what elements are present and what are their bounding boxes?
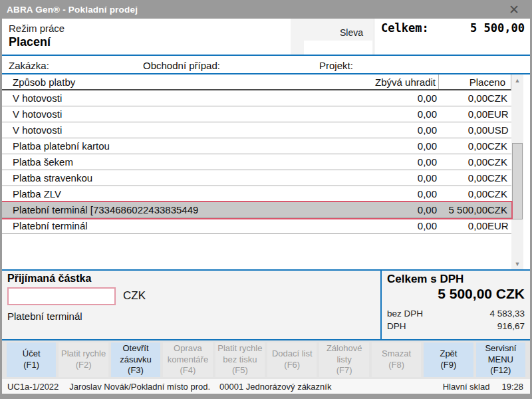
currency-cell: USD	[487, 124, 511, 136]
received-method-label: Platební terminál	[7, 311, 82, 322]
scroll-down-icon[interactable]: ▼	[511, 258, 523, 269]
received-amount-input[interactable]	[7, 287, 116, 305]
paid-amount-cell: 0,00	[440, 108, 487, 120]
remaining-amount-cell: 0,00	[369, 140, 440, 152]
button-fkey: (F4)	[180, 365, 196, 376]
function-button-f3[interactable]: Otevřít zásuvku(F3)	[111, 342, 160, 377]
remaining-amount-cell: 0,00	[369, 220, 440, 231]
paid-amount-cell: 5 500,00	[440, 204, 487, 215]
payment-row[interactable]: Platba platební kartou0,000,00CZK	[2, 138, 511, 154]
button-fkey: (F9)	[441, 360, 457, 371]
button-label: Dodací list	[272, 348, 313, 360]
button-label: Otevřít zásuvku	[112, 343, 160, 366]
button-fkey: (F1)	[23, 360, 39, 371]
button-fkey: (F3)	[128, 365, 144, 376]
total-with-vat-label: Celkem s DPH	[387, 273, 464, 286]
button-label: Platit rychle	[61, 348, 106, 360]
payment-row[interactable]: V hotovosti0,000,00EUR	[2, 106, 511, 122]
payment-table-header: Způsob platby Zbývá uhradit Placeno	[2, 74, 511, 90]
currency-cell: CZK	[487, 140, 511, 152]
button-label: Zálohové listy	[320, 343, 368, 366]
currency-cell: CZK	[487, 204, 511, 215]
payment-row[interactable]: Platba ZLV0,000,00CZK	[2, 186, 511, 202]
payment-method-cell: V hotovosti	[2, 92, 369, 104]
paid-amount-cell: 0,00	[440, 124, 487, 136]
function-button-f4: Oprava komentáře(F4)	[163, 342, 212, 377]
vat-summary-section: Celkem s DPH 5 500,00 CZK bez DPH 4 583,…	[380, 271, 530, 339]
function-button-f8: Smazat(F8)	[372, 342, 421, 377]
button-label: Servisní MENU	[477, 343, 525, 366]
function-button-bar: Účet(F1)Platit rychle(F2)Otevřít zásuvku…	[2, 340, 530, 379]
column-header-paid: Placeno	[439, 76, 511, 88]
received-amount-label: Přijímaná částka	[7, 273, 91, 285]
vertical-scrollbar[interactable]: ▲ ▼	[511, 74, 523, 269]
payment-method-cell: Platba platební kartou	[2, 140, 369, 152]
button-label: Účet	[23, 348, 41, 360]
vat-label: DPH	[387, 321, 406, 331]
without-vat-label: bez DPH	[387, 309, 423, 319]
button-fkey: (F5)	[232, 365, 248, 376]
total-display: Celkem: 5 500,00	[374, 19, 530, 55]
paid-amount-cell: 0,00	[440, 220, 487, 231]
total-with-vat-value: 5 500,00 CZK	[438, 286, 525, 302]
document-number: UC1a-1/2022	[7, 382, 59, 392]
function-button-f2: Platit rychle(F2)	[59, 342, 108, 377]
total-value: 5 500,00	[470, 21, 525, 35]
received-currency-label: CZK	[123, 289, 146, 303]
work-mode-label: Režim práce	[9, 23, 65, 34]
button-label: Platit rychle bez tisku	[216, 343, 264, 366]
received-amount-section: Přijímaná částka CZK Platební terminál	[2, 271, 380, 339]
button-fkey: (F8)	[388, 360, 404, 371]
currency-cell: CZK	[487, 156, 511, 168]
paid-amount-cell: 0,00	[440, 156, 487, 168]
paid-amount-cell: 0,00	[440, 188, 487, 200]
button-fkey: (F12)	[490, 365, 511, 376]
payment-row[interactable]: Platba šekem0,000,00CZK	[2, 154, 511, 170]
discount-field[interactable]	[304, 41, 372, 55]
payment-row[interactable]: V hotovosti0,000,00USD	[2, 122, 511, 138]
currency-cell: CZK	[487, 172, 511, 184]
title-bar: ABRA Gen® - Pokladní prodej ✕	[0, 0, 532, 19]
discount-zone: Sleva	[291, 19, 374, 55]
column-header-remaining: Zbývá uhradit	[368, 74, 439, 89]
column-header-method: Způsob platby	[2, 76, 368, 88]
payment-row[interactable]: Platební terminál0,000,00EUR	[2, 218, 511, 234]
project-label: Projekt:	[319, 60, 353, 71]
total-label: Celkem:	[381, 21, 429, 35]
payment-method-cell: Platba ZLV	[2, 188, 369, 200]
button-label: Zpět	[440, 348, 457, 360]
paid-amount-cell: 0,00	[440, 92, 487, 104]
operator-name: Jaroslav Novák/Pokladní místo prod.	[69, 382, 210, 392]
paid-amount-cell: 0,00	[440, 172, 487, 184]
window-content: Režim práce Placení Sleva Celkem: 5 500,…	[2, 19, 530, 394]
button-label: Smazat	[382, 348, 411, 360]
button-fkey: (F6)	[284, 360, 300, 371]
currency-cell: CZK	[487, 188, 511, 200]
paid-amount-cell: 0,00	[440, 140, 487, 152]
close-icon[interactable]: ✕	[503, 3, 525, 16]
button-fkey: (F2)	[76, 360, 92, 371]
function-button-f12[interactable]: Servisní MENU(F12)	[476, 342, 525, 377]
scroll-up-icon[interactable]: ▲	[511, 74, 523, 86]
payment-method-cell: V hotovosti	[2, 108, 369, 120]
customer-name: 00001 Jednorázový zákazník	[219, 382, 331, 392]
payment-row[interactable]: V hotovosti0,000,00CZK	[2, 90, 511, 106]
payment-row-selected[interactable]: Platební terminál [73346860224338354490,…	[2, 202, 511, 218]
without-vat-value: 4 583,33	[489, 309, 525, 319]
bottom-panel: Přijímaná částka CZK Platební terminál C…	[2, 269, 530, 340]
payment-row[interactable]: Platba stravenkou0,000,00CZK	[2, 170, 511, 186]
function-button-f9[interactable]: Zpět(F9)	[424, 342, 473, 377]
payment-method-cell: V hotovosti	[2, 124, 369, 136]
app-window: ABRA Gen® - Pokladní prodej ✕ Režim prác…	[0, 0, 532, 399]
remaining-amount-cell: 0,00	[369, 124, 440, 136]
remaining-amount-cell: 0,00	[369, 108, 440, 120]
remaining-amount-cell: 0,00	[369, 156, 440, 168]
remaining-amount-cell: 0,00	[369, 92, 440, 104]
button-fkey: (F7)	[336, 365, 352, 376]
function-button-f1[interactable]: Účet(F1)	[7, 342, 56, 377]
context-bar: Zakázka: Obchodní případ: Projekt:	[2, 57, 530, 74]
discount-label: Sleva	[340, 27, 363, 38]
remaining-amount-cell: 0,00	[369, 188, 440, 200]
clock: 19:28	[501, 382, 523, 392]
scrollbar-thumb[interactable]	[512, 143, 523, 219]
